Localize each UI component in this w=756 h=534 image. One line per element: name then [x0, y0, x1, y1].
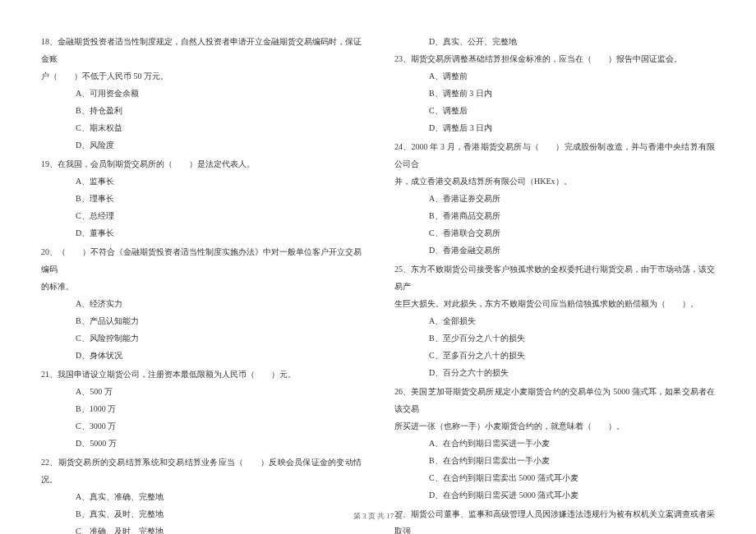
option-c: C、准确、及时、完整地: [41, 522, 362, 534]
option-b: B、调整前 3 日内: [394, 85, 715, 102]
option-a: A、在合约到期日需买进一手小麦: [394, 435, 715, 452]
question-text: 24、2000 年 3 月，香港期货交易所与（ ）完成股份制改造，并与香港中央结…: [394, 138, 715, 173]
option-b: B、香港商品交易所: [394, 207, 715, 224]
option-d: D、5000 万: [41, 435, 362, 452]
option-a: A、监事长: [41, 173, 362, 190]
page-footer: 第 3 页 共 17 页: [0, 511, 756, 522]
option-b: B、理事长: [41, 190, 362, 207]
option-c: C、香港联合交易所: [394, 224, 715, 242]
option-b: B、1000 万: [41, 400, 362, 417]
content-columns: 18、金融期货投资者适当性制度规定，自然人投资者申请开立金融期货交易编码时，保证…: [41, 33, 715, 534]
question-text: 19、在我国，会员制期货交易所的（ ）是法定代表人。: [41, 155, 362, 173]
question-18: 18、金融期货投资者适当性制度规定，自然人投资者申请开立金融期货交易编码时，保证…: [41, 33, 362, 154]
option-d: D、董事长: [41, 224, 362, 242]
option-a: A、全部损失: [394, 312, 715, 329]
option-d: D、身体状况: [41, 347, 362, 364]
question-20: 20、（ ）不符合《金融期货投资者适当性制度实施办法》中对一般单位客户开立交易编…: [41, 243, 362, 364]
option-b: B、产品认知能力: [41, 312, 362, 329]
option-c: C、期末权益: [41, 119, 362, 136]
question-text: 26、美国芝加哥期货交易所规定小麦期货合约的交易单位为 5000 蒲式耳，如果交…: [394, 383, 715, 417]
question-19: 19、在我国，会员制期货交易所的（ ）是法定代表人。 A、监事长 B、理事长 C…: [41, 155, 362, 242]
option-a: A、真实、准确、完整地: [41, 488, 362, 505]
option-a: A、可用资金余额: [41, 85, 362, 102]
option-d: D、百分之六十的损失: [394, 364, 715, 381]
question-26: 26、美国芝加哥期货交易所规定小麦期货合约的交易单位为 5000 蒲式耳，如果交…: [394, 383, 715, 504]
option-c: C、至多百分之八十的损失: [394, 347, 715, 364]
option-b: B、持仓盈利: [41, 102, 362, 119]
option-c: C、总经理: [41, 207, 362, 224]
question-text: 18、金融期货投资者适当性制度规定，自然人投资者申请开立金融期货交易编码时，保证…: [41, 33, 362, 67]
question-continuation: 户（ ）不低于人民币 50 万元。: [41, 67, 362, 85]
question-text: 22、期货交易所的交易结算系统和交易结算业务应当（ ）反映会员保证金的变动情况。: [41, 453, 362, 488]
question-text: 20、（ ）不符合《金融期货投资者适当性制度实施办法》中对一般单位客户开立交易编…: [41, 243, 362, 278]
question-text: 25、东方不败期货公司接受客户独孤求败的全权委托进行期货交易，由于市场动荡，该交…: [394, 260, 715, 295]
option-b: B、至少百分之八十的损失: [394, 329, 715, 347]
option-d: D、风险度: [41, 136, 362, 154]
option-a: A、调整前: [394, 67, 715, 85]
option-a: A、500 万: [41, 383, 362, 400]
question-continuation: 所买进一张（也称一手）小麦期货合约的，就意味着（ ）。: [394, 417, 715, 435]
option-c: C、在合约到期日需卖出 5000 蒲式耳小麦: [394, 469, 715, 486]
right-column: D、真实、公开、完整地 23、期货交易所调整基础结算担保金标准的，应当在（ ）报…: [394, 33, 715, 534]
option-c: C、风险控制能力: [41, 329, 362, 347]
option-c: C、3000 万: [41, 417, 362, 435]
option-c: C、调整后: [394, 102, 715, 119]
left-column: 18、金融期货投资者适当性制度规定，自然人投资者申请开立金融期货交易编码时，保证…: [41, 33, 362, 534]
question-text: 23、期货交易所调整基础结算担保金标准的，应当在（ ）报告中国证监会。: [394, 50, 715, 67]
question-22: 22、期货交易所的交易结算系统和交易结算业务应当（ ）反映会员保证金的变动情况。…: [41, 453, 362, 534]
question-text: 21、我国申请设立期货公司，注册资本最低限额为人民币（ ）元。: [41, 366, 362, 383]
option-d: D、真实、公开、完整地: [394, 33, 715, 50]
question-23: 23、期货交易所调整基础结算担保金标准的，应当在（ ）报告中国证监会。 A、调整…: [394, 50, 715, 136]
question-continuation: 并，成立香港交易及结算所有限公司（HKEx）。: [394, 173, 715, 190]
option-d: D、香港金融交易所: [394, 242, 715, 259]
question-continuation: 的标准。: [41, 278, 362, 295]
question-continuation: 生巨大损失。对此损失，东方不败期货公司应当赔偿独孤求败的赔偿额为（ ）。: [394, 295, 715, 312]
option-d: D、在合约到期日需买进 5000 蒲式耳小麦: [394, 486, 715, 504]
question-24: 24、2000 年 3 月，香港期货交易所与（ ）完成股份制改造，并与香港中央结…: [394, 138, 715, 259]
question-21: 21、我国申请设立期货公司，注册资本最低限额为人民币（ ）元。 A、500 万 …: [41, 366, 362, 452]
question-25: 25、东方不败期货公司接受客户独孤求败的全权委托进行期货交易，由于市场动荡，该交…: [394, 260, 715, 381]
option-b: B、在合约到期日需卖出一手小麦: [394, 452, 715, 469]
option-d: D、调整后 3 日内: [394, 119, 715, 136]
option-a: A、经济实力: [41, 295, 362, 312]
option-a: A、香港证券交易所: [394, 190, 715, 207]
